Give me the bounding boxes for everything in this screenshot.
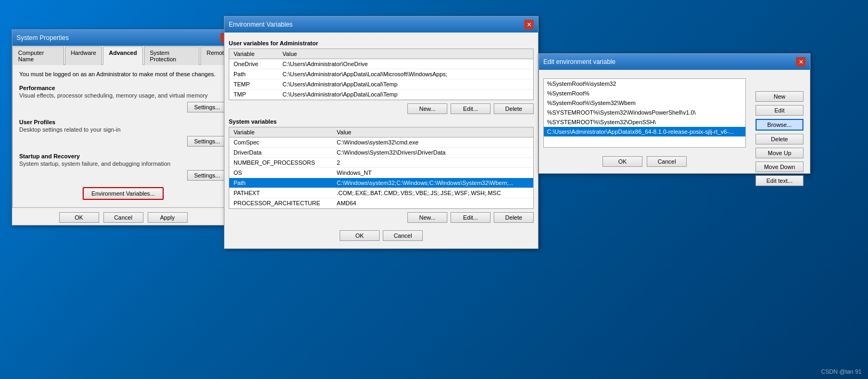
user-vars-new-button[interactable]: New... <box>407 103 447 114</box>
edit-env-var-title: Edit environment variable <box>543 58 615 66</box>
table-row[interactable]: OSWindows_NT <box>229 168 533 178</box>
watermark: CSDN @tan 91 <box>821 368 862 375</box>
table-row[interactable]: TMPC:\Users\Administrator\AppData\Local\… <box>229 90 533 100</box>
user-vars-table: Variable Value OneDriveC:\Users\Administ… <box>229 49 533 100</box>
edit-env-ok-button[interactable]: OK <box>602 156 642 167</box>
env-vars-footer: OK Cancel <box>229 227 534 244</box>
sys-vars-edit-button[interactable]: Edit... <box>451 212 491 223</box>
sys-vars-new-button[interactable]: New... <box>407 212 447 223</box>
startup-recovery-settings-button[interactable]: Settings... <box>187 170 227 181</box>
system-properties-body: You must be logged on as an Administrato… <box>12 65 234 208</box>
table-row[interactable]: PathC:\Windows\system32;C:\Windows;C:\Wi… <box>229 178 533 188</box>
env-vars-cancel-button[interactable]: Cancel <box>383 230 423 241</box>
system-properties-cancel-button[interactable]: Cancel <box>103 212 143 223</box>
edit-env-move-down-button[interactable]: Move Down <box>756 162 803 172</box>
performance-label: Performance <box>19 85 227 91</box>
system-properties-dialog: System Properties ✕ Computer Name Hardwa… <box>12 29 235 225</box>
startup-recovery-label: Startup and Recovery <box>19 153 227 159</box>
edit-env-edit-button[interactable]: Edit <box>756 105 803 116</box>
admin-warning-text: You must be logged on as an Administrato… <box>19 70 227 78</box>
sys-vars-table-container: Variable Value ComSpecC:\Windows\system3… <box>229 127 534 209</box>
user-profiles-settings-button[interactable]: Settings... <box>187 136 227 147</box>
performance-desc: Visual effects, processor scheduling, me… <box>19 92 227 99</box>
env-vars-close-button[interactable]: ✕ <box>524 20 534 29</box>
table-row[interactable]: TEMPC:\Users\Administrator\AppData\Local… <box>229 79 533 90</box>
env-vars-content: User variables for Administrator Variabl… <box>224 33 538 248</box>
environment-variables-dialog: Environment Variables ✕ User variables f… <box>224 16 539 249</box>
table-row[interactable]: PROCESSOR_ARCHITECTUREAMD64 <box>229 198 533 208</box>
edit-env-move-up-button[interactable]: Move Up <box>756 148 803 158</box>
system-properties-title: System Properties <box>17 34 69 42</box>
sys-vars-label: System variables <box>229 118 534 125</box>
startup-recovery-desc: System startup, system failure, and debu… <box>19 160 227 167</box>
tab-system-protection[interactable]: System Protection <box>144 46 200 65</box>
sys-vars-delete-button[interactable]: Delete <box>494 212 534 223</box>
list-item[interactable]: %SystemRoot%\System32\Wbem <box>544 98 745 108</box>
table-row[interactable]: PathC:\Users\Administrator\AppData\Local… <box>229 69 533 79</box>
user-vars-table-container: Variable Value OneDriveC:\Users\Administ… <box>229 49 534 100</box>
env-vars-title: Environment Variables <box>229 21 293 28</box>
system-properties-footer: OK Cancel Apply <box>12 208 234 225</box>
sys-vars-table: Variable Value ComSpecC:\Windows\system3… <box>229 127 533 208</box>
user-vars-col-value: Value <box>278 49 533 59</box>
env-vars-ok-button[interactable]: OK <box>340 230 380 241</box>
env-vars-titlebar: Environment Variables ✕ <box>224 17 538 33</box>
edit-env-var-dialog: Edit environment variable ✕ %SystemRoot%… <box>539 53 810 174</box>
sys-vars-col-variable: Variable <box>229 127 333 138</box>
user-vars-edit-button[interactable]: Edit... <box>451 103 491 114</box>
edit-env-var-footer: OK Cancel <box>543 152 746 169</box>
system-properties-apply-button[interactable]: Apply <box>148 212 188 223</box>
list-item[interactable]: %SYSTEMROOT%\System32\WindowsPowerShell\… <box>544 108 745 117</box>
edit-env-var-content: %SystemRoot%\system32%SystemRoot%%System… <box>539 70 810 173</box>
system-properties-titlebar: System Properties ✕ <box>12 30 234 46</box>
tab-computer-name[interactable]: Computer Name <box>12 46 64 65</box>
system-properties-tabbar: Computer Name Hardware Advanced System P… <box>12 46 234 65</box>
user-vars-buttons: New... Edit... Delete <box>229 103 534 114</box>
user-profiles-label: User Profiles <box>19 119 227 125</box>
edit-env-new-button[interactable]: New <box>756 91 803 102</box>
edit-env-var-buttons: New Edit Browse... Delete Move Up Move D… <box>756 91 803 186</box>
table-row[interactable]: ComSpecC:\Windows\system32\cmd.exe <box>229 138 533 148</box>
edit-env-var-close-button[interactable]: ✕ <box>796 57 806 67</box>
edit-env-edit-text-button[interactable]: Edit text... <box>756 175 803 186</box>
user-profiles-desc: Desktop settings related to your sign-in <box>19 126 227 133</box>
list-item[interactable]: C:\Users\Administrator\AppData\x86_64-8.… <box>544 127 745 136</box>
tab-advanced[interactable]: Advanced <box>103 46 143 65</box>
table-row[interactable]: NUMBER_OF_PROCESSORS2 <box>229 158 533 168</box>
edit-env-cancel-button[interactable]: Cancel <box>647 156 687 167</box>
edit-env-delete-button[interactable]: Delete <box>756 134 803 144</box>
table-row[interactable]: PATHEXT.COM;.EXE;.BAT;.CMD;.VBS;.VBE;.JS… <box>229 188 533 198</box>
tab-hardware[interactable]: Hardware <box>65 46 102 65</box>
sys-vars-buttons: New... Edit... Delete <box>229 212 534 223</box>
table-row[interactable]: OneDriveC:\Users\Administrator\OneDrive <box>229 59 533 69</box>
user-vars-col-variable: Variable <box>229 49 278 59</box>
edit-env-var-titlebar: Edit environment variable ✕ <box>539 54 810 70</box>
user-vars-delete-button[interactable]: Delete <box>494 103 534 114</box>
list-item[interactable]: %SystemRoot%\system32 <box>544 79 745 88</box>
list-item[interactable]: %SYSTEMROOT%\System32\OpenSSH\ <box>544 117 745 127</box>
sys-vars-col-value: Value <box>333 127 533 138</box>
list-item[interactable]: %SystemRoot% <box>544 88 745 98</box>
environment-variables-button[interactable]: Environment Variables... <box>83 187 163 200</box>
system-properties-ok-button[interactable]: OK <box>59 212 99 223</box>
edit-env-browse-button[interactable]: Browse... <box>756 119 803 131</box>
table-row[interactable]: DriverDataC:\Windows\System32\Drivers\Dr… <box>229 148 533 158</box>
path-list[interactable]: %SystemRoot%\system32%SystemRoot%%System… <box>543 78 746 148</box>
performance-settings-button[interactable]: Settings... <box>187 102 227 112</box>
user-vars-label: User variables for Administrator <box>229 40 534 46</box>
